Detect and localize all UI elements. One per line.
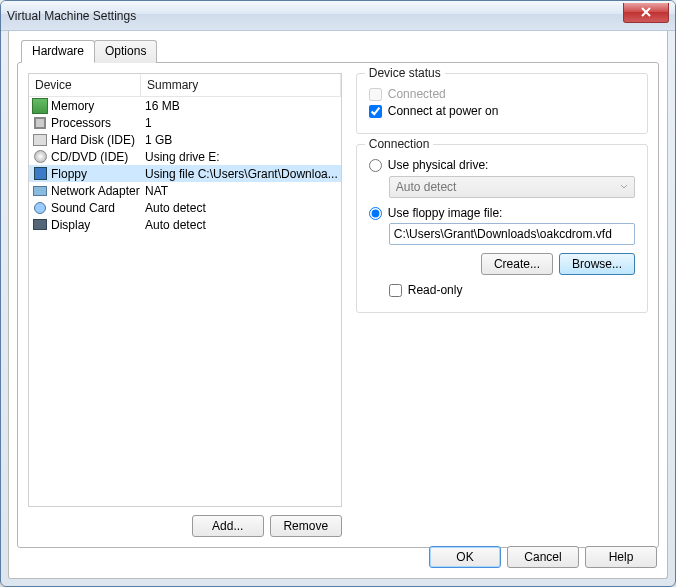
help-button[interactable]: Help bbox=[585, 546, 657, 568]
device-name: Hard Disk (IDE) bbox=[51, 133, 143, 147]
device-summary: 1 bbox=[143, 116, 338, 130]
table-row[interactable]: Network AdapterNAT bbox=[29, 182, 341, 199]
physical-drive-value: Auto detect bbox=[396, 180, 457, 194]
device-status-group: Device status Connected Connect at power… bbox=[356, 73, 648, 134]
device-name: Floppy bbox=[51, 167, 143, 181]
footer-buttons: OK Cancel Help bbox=[429, 546, 657, 568]
col-summary[interactable]: Summary bbox=[141, 74, 341, 96]
connection-group: Connection Use physical drive: Auto dete… bbox=[356, 144, 648, 313]
hdd-icon bbox=[32, 132, 48, 148]
chevron-down-icon bbox=[620, 184, 628, 190]
use-physical-radio[interactable] bbox=[369, 159, 382, 172]
ok-button[interactable]: OK bbox=[429, 546, 501, 568]
use-image-row[interactable]: Use floppy image file: bbox=[369, 206, 635, 220]
left-pane: Device Summary Memory16 MBProcessors1Har… bbox=[28, 73, 342, 537]
table-row[interactable]: Sound CardAuto detect bbox=[29, 199, 341, 216]
create-button[interactable]: Create... bbox=[481, 253, 553, 275]
tab-bar: Hardware Options bbox=[21, 40, 659, 63]
device-list[interactable]: Device Summary Memory16 MBProcessors1Har… bbox=[28, 73, 342, 507]
browse-button[interactable]: Browse... bbox=[559, 253, 635, 275]
device-name: Processors bbox=[51, 116, 143, 130]
cd-icon bbox=[32, 149, 48, 165]
connection-buttons: Create... Browse... bbox=[389, 253, 635, 275]
close-button[interactable] bbox=[623, 3, 669, 23]
use-physical-row[interactable]: Use physical drive: bbox=[369, 158, 635, 172]
memory-icon bbox=[32, 98, 48, 114]
connect-power-on-checkbox[interactable] bbox=[369, 105, 382, 118]
settings-window: Virtual Machine Settings Hardware Option… bbox=[0, 0, 676, 587]
cpu-icon bbox=[32, 115, 48, 131]
device-list-header: Device Summary bbox=[29, 74, 341, 97]
close-icon bbox=[640, 7, 652, 17]
readonly-label: Read-only bbox=[408, 283, 463, 297]
sound-icon bbox=[32, 200, 48, 216]
connected-row: Connected bbox=[369, 87, 635, 101]
readonly-checkbox[interactable] bbox=[389, 284, 402, 297]
physical-drive-combo: Auto detect bbox=[389, 176, 635, 198]
table-row[interactable]: FloppyUsing file C:\Users\Grant\Downloa.… bbox=[29, 165, 341, 182]
use-physical-label: Use physical drive: bbox=[388, 158, 489, 172]
device-summary: Auto detect bbox=[143, 201, 338, 215]
table-row[interactable]: Hard Disk (IDE)1 GB bbox=[29, 131, 341, 148]
device-name: Display bbox=[51, 218, 143, 232]
floppy-icon bbox=[32, 166, 48, 182]
tab-hardware[interactable]: Hardware bbox=[21, 40, 95, 63]
device-summary: 1 GB bbox=[143, 133, 338, 147]
use-image-radio[interactable] bbox=[369, 207, 382, 220]
readonly-row[interactable]: Read-only bbox=[389, 283, 635, 297]
device-summary: Auto detect bbox=[143, 218, 338, 232]
titlebar[interactable]: Virtual Machine Settings bbox=[1, 1, 675, 31]
add-button[interactable]: Add... bbox=[192, 515, 264, 537]
device-status-title: Device status bbox=[365, 66, 445, 80]
connected-checkbox bbox=[369, 88, 382, 101]
connect-power-on-label: Connect at power on bbox=[388, 104, 499, 118]
image-path-input[interactable] bbox=[389, 223, 635, 245]
table-row[interactable]: Memory16 MB bbox=[29, 97, 341, 114]
remove-button[interactable]: Remove bbox=[270, 515, 342, 537]
device-list-buttons: Add... Remove bbox=[28, 515, 342, 537]
connect-power-on-row[interactable]: Connect at power on bbox=[369, 104, 635, 118]
connection-title: Connection bbox=[365, 137, 434, 151]
device-name: Sound Card bbox=[51, 201, 143, 215]
table-row[interactable]: CD/DVD (IDE)Using drive E: bbox=[29, 148, 341, 165]
cancel-button[interactable]: Cancel bbox=[507, 546, 579, 568]
display-icon bbox=[32, 217, 48, 233]
device-summary: NAT bbox=[143, 184, 338, 198]
device-summary: Using drive E: bbox=[143, 150, 338, 164]
content-area: Hardware Options Device Summary Memory16… bbox=[8, 31, 668, 579]
network-icon bbox=[32, 183, 48, 199]
device-name: Network Adapter bbox=[51, 184, 143, 198]
window-title: Virtual Machine Settings bbox=[7, 9, 621, 23]
col-device[interactable]: Device bbox=[29, 74, 141, 96]
device-name: CD/DVD (IDE) bbox=[51, 150, 143, 164]
table-row[interactable]: DisplayAuto detect bbox=[29, 216, 341, 233]
use-image-label: Use floppy image file: bbox=[388, 206, 503, 220]
tab-options[interactable]: Options bbox=[94, 40, 157, 63]
device-summary: Using file C:\Users\Grant\Downloa... bbox=[143, 167, 338, 181]
right-pane: Device status Connected Connect at power… bbox=[356, 73, 648, 537]
connected-label: Connected bbox=[388, 87, 446, 101]
tab-page-hardware: Device Summary Memory16 MBProcessors1Har… bbox=[17, 62, 659, 548]
device-summary: 16 MB bbox=[143, 99, 338, 113]
device-name: Memory bbox=[51, 99, 143, 113]
table-row[interactable]: Processors1 bbox=[29, 114, 341, 131]
